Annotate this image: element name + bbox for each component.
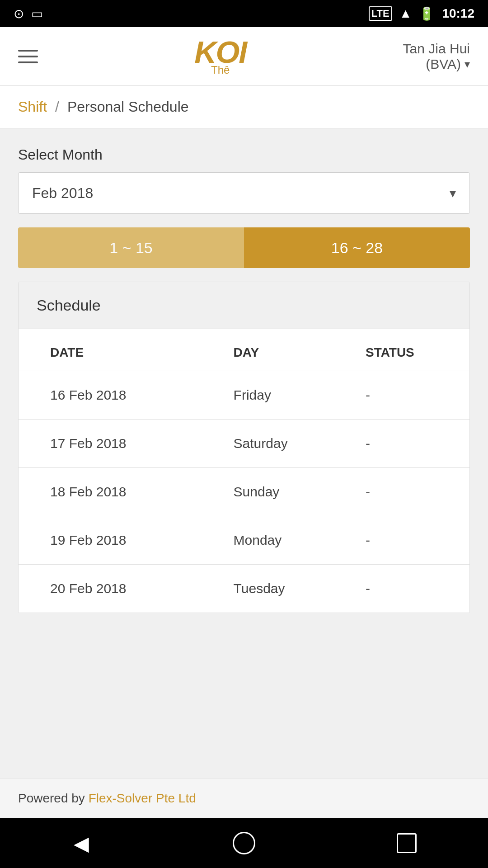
back-button[interactable]: ◀ xyxy=(63,825,99,861)
range-tabs: 1 ~ 15 16 ~ 28 xyxy=(18,227,470,268)
sd-card-icon: ▭ xyxy=(31,6,43,21)
select-month-label: Select Month xyxy=(18,146,470,163)
cell-status: - xyxy=(347,371,469,420)
cell-date: 19 Feb 2018 xyxy=(19,516,216,565)
range-tab-second-half[interactable]: 16 ~ 28 xyxy=(244,227,470,268)
user-role: (BVA) ▾ xyxy=(403,57,470,72)
table-row: 20 Feb 2018 Tuesday - xyxy=(19,565,469,613)
month-select-wrapper[interactable]: Feb 2018 Jan 2018 Mar 2018 ▾ xyxy=(18,172,470,214)
col-status: STATUS xyxy=(347,329,469,371)
footer: Powered by Flex-Solver Pte Ltd xyxy=(0,778,488,818)
footer-link[interactable]: Flex-Solver Pte Ltd xyxy=(89,791,196,805)
cell-status: - xyxy=(347,468,469,516)
status-left: ⊙ ▭ xyxy=(14,6,43,21)
schedule-header: Schedule xyxy=(19,282,469,329)
schedule-card: Schedule DATE DAY STATUS 16 Feb 2018 Fri… xyxy=(18,282,470,613)
cell-date: 18 Feb 2018 xyxy=(19,468,216,516)
cell-date: 17 Feb 2018 xyxy=(19,420,216,468)
status-bar: ⊙ ▭ LTE ▲ 🔋 10:12 xyxy=(0,0,488,27)
back-icon: ◀ xyxy=(74,832,89,855)
logo-main: KOI xyxy=(194,37,246,67)
table-row: 18 Feb 2018 Sunday - xyxy=(19,468,469,516)
month-select[interactable]: Feb 2018 Jan 2018 Mar 2018 xyxy=(19,173,469,213)
cell-day: Saturday xyxy=(216,420,347,468)
camera-icon: ⊙ xyxy=(14,6,24,21)
breadcrumb: Shift / Personal Schedule xyxy=(0,86,488,128)
user-info[interactable]: Tan Jia Hui (BVA) ▾ xyxy=(403,41,470,72)
cell-status: - xyxy=(347,565,469,613)
battery-icon: 🔋 xyxy=(419,6,435,21)
schedule-table-wrapper: DATE DAY STATUS 16 Feb 2018 Friday - 17 … xyxy=(19,329,469,613)
schedule-table: DATE DAY STATUS 16 Feb 2018 Friday - 17 … xyxy=(19,329,469,613)
home-icon xyxy=(233,832,255,854)
cell-day: Tuesday xyxy=(216,565,347,613)
clock: 10:12 xyxy=(442,6,474,21)
recents-button[interactable] xyxy=(389,825,425,861)
signal-icon: ▲ xyxy=(399,6,412,21)
status-right: LTE ▲ 🔋 10:12 xyxy=(369,6,474,21)
lte-badge: LTE xyxy=(369,6,392,21)
cell-date: 20 Feb 2018 xyxy=(19,565,216,613)
col-day: DAY xyxy=(216,329,347,371)
hamburger-menu[interactable] xyxy=(18,50,38,63)
cell-day: Sunday xyxy=(216,468,347,516)
cell-status: - xyxy=(347,516,469,565)
breadcrumb-link[interactable]: Shift xyxy=(18,99,47,115)
logo-sub: Thê xyxy=(211,64,230,76)
table-header-row: DATE DAY STATUS xyxy=(19,329,469,371)
logo: KOI Thê xyxy=(194,37,246,76)
home-button[interactable] xyxy=(226,825,262,861)
range-tab-first-half[interactable]: 1 ~ 15 xyxy=(18,227,244,268)
main-content: Select Month Feb 2018 Jan 2018 Mar 2018 … xyxy=(0,128,488,778)
table-row: 19 Feb 2018 Monday - xyxy=(19,516,469,565)
dropdown-icon: ▾ xyxy=(465,58,470,71)
top-nav: KOI Thê Tan Jia Hui (BVA) ▾ xyxy=(0,27,488,86)
user-name: Tan Jia Hui xyxy=(403,41,470,57)
bottom-nav: ◀ xyxy=(0,818,488,868)
col-date: DATE xyxy=(19,329,216,371)
table-row: 17 Feb 2018 Saturday - xyxy=(19,420,469,468)
breadcrumb-current: Personal Schedule xyxy=(67,99,189,115)
cell-day: Friday xyxy=(216,371,347,420)
footer-prefix: Powered by xyxy=(18,791,89,805)
cell-day: Monday xyxy=(216,516,347,565)
table-row: 16 Feb 2018 Friday - xyxy=(19,371,469,420)
breadcrumb-separator: / xyxy=(55,99,59,115)
recents-icon xyxy=(397,833,417,853)
cell-date: 16 Feb 2018 xyxy=(19,371,216,420)
cell-status: - xyxy=(347,420,469,468)
